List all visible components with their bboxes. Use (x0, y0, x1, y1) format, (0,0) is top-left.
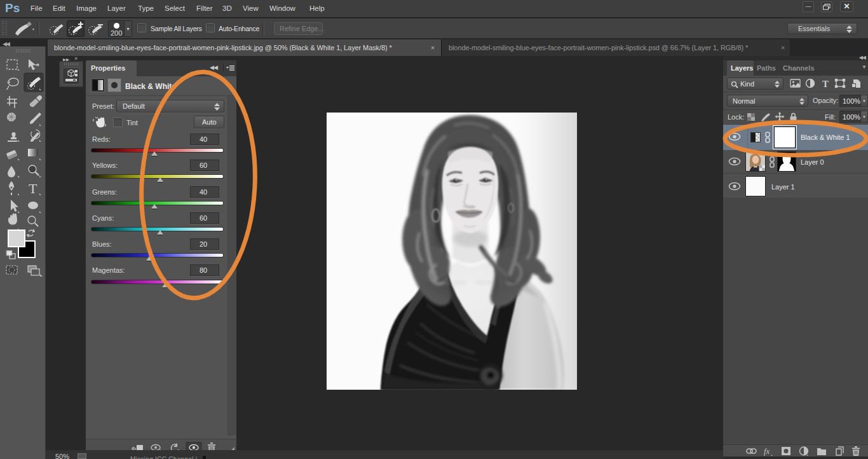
svg-text:T: T (29, 181, 37, 196)
svg-text:fx: fx (764, 446, 770, 456)
svg-text:T: T (822, 79, 829, 89)
